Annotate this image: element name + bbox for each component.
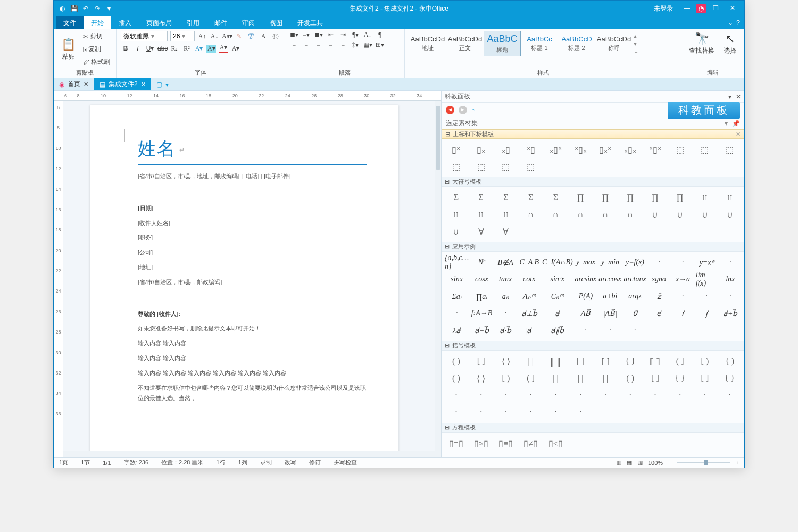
status-overtype[interactable]: 改写 <box>285 459 296 467</box>
tab-close-icon[interactable]: ✕ <box>141 81 146 88</box>
template-cell[interactable]: · <box>672 255 694 270</box>
template-cell[interactable]: | | <box>569 371 592 386</box>
ribbon-help-icon[interactable]: ? <box>736 19 740 27</box>
styles-expand-icon[interactable]: ⌄ <box>634 47 639 55</box>
template-cell[interactable]: ˣ▯ₓ <box>569 142 592 157</box>
doc-line[interactable]: 输入内容 输入内容 <box>138 338 367 349</box>
template-cell[interactable]: e⃗ <box>649 306 670 321</box>
template-cell[interactable]: B∉A <box>495 255 517 270</box>
template-cell[interactable]: · <box>445 388 468 403</box>
template-cell[interactable]: · <box>445 306 469 321</box>
font-size-combo[interactable]: 26▾ <box>170 31 195 41</box>
collapse-icon[interactable]: ⊟ <box>445 342 450 349</box>
restore-icon[interactable]: ❐ <box>708 3 723 14</box>
template-cell[interactable]: · <box>624 323 646 338</box>
template-cell[interactable]: i⃗ <box>672 306 694 321</box>
nav-back-icon[interactable]: ◄ <box>446 106 454 114</box>
template-cell[interactable]: · <box>694 388 717 403</box>
template-cell[interactable]: Σ <box>544 190 567 205</box>
horizontal-scrollbar[interactable] <box>63 451 435 457</box>
template-cell[interactable] <box>619 405 642 420</box>
horizontal-ruler[interactable]: 68·10·12·14·16·18·20·22·24·26·28·30·32·3… <box>54 91 441 101</box>
align-right-button[interactable]: ≡ <box>314 41 323 49</box>
zoom-in-icon[interactable]: + <box>736 460 739 466</box>
template-cell[interactable]: ( ) <box>445 354 468 369</box>
template-cell[interactable]: a⃗+b⃗ <box>719 306 741 321</box>
minimize-icon[interactable]: — <box>679 3 694 14</box>
doc-salutation[interactable]: 尊敬的 [收件人]: <box>138 309 367 320</box>
menu-developer[interactable]: 开发工具 <box>290 16 330 29</box>
template-cell[interactable]: · <box>669 388 692 403</box>
menu-home[interactable]: 开始 <box>84 16 111 29</box>
select-button[interactable]: ↖选择 <box>720 31 739 56</box>
template-cell[interactable]: Σ <box>445 190 468 205</box>
style-card[interactable]: AaBbCcDd正文 <box>446 31 484 56</box>
template-cell[interactable]: lim f(x) <box>696 272 718 287</box>
template-cell[interactable]: ⌊ ⌋ <box>569 354 592 369</box>
template-cell[interactable]: · <box>619 388 642 403</box>
template-cell[interactable]: ⬚ <box>694 142 717 157</box>
template-cell[interactable]: { } <box>669 371 692 386</box>
template-cell[interactable]: a+bi <box>598 289 621 304</box>
zoom-slider[interactable] <box>677 462 730 463</box>
doc-date[interactable]: [日期] <box>138 203 367 214</box>
template-cell[interactable]: |AB⃗| <box>598 306 621 321</box>
template-cell[interactable]: y=xᵃ <box>696 255 718 270</box>
shading-button[interactable]: ▦▾ <box>363 41 372 49</box>
template-cell[interactable]: ∀ <box>470 224 493 239</box>
template-cell[interactable]: · <box>519 405 542 420</box>
sort-button[interactable]: A↓ <box>363 31 372 39</box>
template-cell[interactable] <box>594 405 617 420</box>
style-card[interactable]: AaBbCc标题 1 <box>521 31 558 56</box>
doc-tip[interactable]: 如果您准备好书写，删除此提示文本即可开始！ <box>138 323 367 334</box>
template-cell[interactable]: ▯≤▯ <box>544 436 567 451</box>
template-cell[interactable]: ˣ▯ <box>519 142 542 157</box>
style-card[interactable]: AaBbCcD标题 2 <box>558 31 595 56</box>
collapse-icon[interactable]: ⊟ <box>445 131 450 138</box>
template-cell[interactable]: λa⃗ <box>445 323 469 338</box>
styles-scroll-up-icon[interactable]: ▴ <box>634 32 639 40</box>
change-case-button[interactable]: Aa▾ <box>222 32 231 40</box>
template-cell[interactable]: Σ <box>470 190 493 205</box>
template-cell[interactable]: · <box>495 306 517 321</box>
template-cell[interactable]: C_I(A∩B) <box>542 255 573 270</box>
menu-insert[interactable]: 插入 <box>111 16 139 29</box>
redo-icon[interactable]: ↷ <box>93 5 102 12</box>
clear-format-button[interactable]: ✎ <box>234 32 244 40</box>
template-cell[interactable]: ⬚ <box>445 159 468 174</box>
menu-mail[interactable]: 邮件 <box>207 16 235 29</box>
template-cell[interactable]: · <box>495 388 518 403</box>
doc-line[interactable]: 不知道要在求职信中包含哪些内容？您可以简要说明为什么您非常适合该公司以及是该职位… <box>138 383 367 404</box>
template-cell[interactable]: ∪ <box>445 224 468 239</box>
template-cell[interactable]: ▯≡▯ <box>495 436 518 451</box>
template-cell[interactable]: ⬚ <box>718 142 741 157</box>
template-cell[interactable]: ⬚ <box>470 159 493 174</box>
template-cell[interactable]: { } <box>619 354 642 369</box>
template-cell[interactable]: cosx <box>471 272 493 287</box>
template-cell[interactable]: ‖ ‖ <box>544 354 567 369</box>
distribute-button[interactable]: ≡ <box>338 41 348 49</box>
template-cell[interactable]: · <box>718 388 741 403</box>
doc-address3[interactable]: [省/市/自治区，市/县，邮政编码] <box>138 277 367 288</box>
enclose-char-button[interactable]: ㊞ <box>271 32 280 41</box>
style-card[interactable]: AaBbCcDd地址 <box>409 31 446 56</box>
template-cell[interactable]: Σ <box>519 190 542 205</box>
doc-recipient-name[interactable]: [收件人姓名] <box>138 218 367 229</box>
bullets-button[interactable]: ≣▾ <box>289 31 299 39</box>
zoom-level[interactable]: 100% <box>648 460 663 466</box>
vertical-scrollbar[interactable] <box>435 101 441 457</box>
template-cell[interactable]: y_min <box>598 255 621 270</box>
template-cell[interactable]: · <box>672 289 694 304</box>
ribbon-collapse-icon[interactable]: ⌄ <box>728 19 733 27</box>
italic-button[interactable]: I <box>133 45 143 53</box>
pin-icon[interactable]: 📌 <box>732 120 740 127</box>
template-cell[interactable]: sin²x <box>542 272 573 287</box>
tab-close-icon[interactable]: ✕ <box>84 81 88 88</box>
multilevel-button[interactable]: ≣▾ <box>314 31 323 39</box>
template-cell[interactable]: Σaᵢ <box>445 289 469 304</box>
help-icon[interactable]: ◔ <box>696 4 706 13</box>
template-cell[interactable] <box>649 323 670 338</box>
template-cell[interactable]: { ) <box>718 354 741 369</box>
template-cell[interactable]: ⟦ ⟧ <box>644 354 667 369</box>
template-cell[interactable]: ⬚ <box>495 159 518 174</box>
